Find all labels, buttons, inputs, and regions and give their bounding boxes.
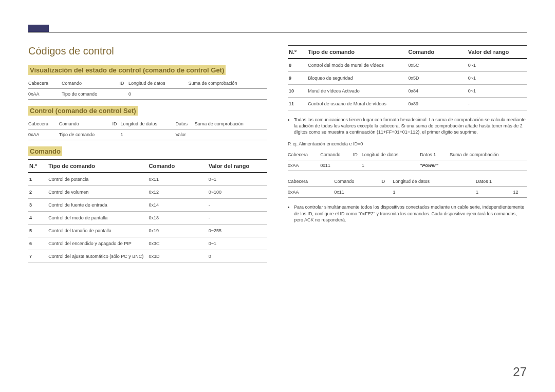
- table-row: 2Control de volumen0x120~100: [28, 186, 267, 199]
- table-row: 0xAA 0x11 1 1 12: [288, 187, 527, 198]
- section-set-heading: Control (comando de control Set): [28, 107, 267, 115]
- header-rule: [28, 32, 527, 33]
- cmd-table-right: N.º Tipo de comando Comando Valor del ra…: [288, 45, 527, 110]
- table-row: Cabecera Comando ID Longitud de datos Da…: [28, 119, 267, 129]
- table-header: N.º Tipo de comando Comando Valor del ra…: [288, 46, 527, 59]
- content-columns: Códigos de control Visualización del est…: [28, 45, 527, 263]
- table-row: 9Bloqueo de seguridad0x5D0~1: [288, 72, 527, 85]
- table-header: N.º Tipo de comando Comando Valor del ra…: [28, 160, 267, 173]
- table-row: 0xAA 0x11 1 "Power": [288, 160, 527, 171]
- table-row: 11Control de usuario de Mural de vídeos0…: [288, 98, 527, 110]
- table-row: 3Control de fuente de entrada0x14-: [28, 199, 267, 212]
- table-row: Cabecera Comando ID Longitud de datos Da…: [288, 176, 527, 187]
- page-number: 27: [513, 365, 527, 379]
- example-label: P. ej. Alimentación encendida e ID=0: [288, 141, 527, 146]
- table-row: 0xAA Tipo de comando 0: [28, 89, 267, 100]
- section-get-heading: Visualización del estado de control (com…: [28, 66, 267, 74]
- cmd-table-left: N.º Tipo de comando Comando Valor del ra…: [28, 159, 267, 263]
- table-row: 10Mural de vídeos Activado0x840~1: [288, 85, 527, 98]
- table-row: 8Control del modo de mural de vídeos0x5C…: [288, 59, 527, 72]
- get-table: Cabecera Comando ID Longitud de datos Su…: [28, 78, 267, 100]
- set-table: Cabecera Comando ID Longitud de datos Da…: [28, 119, 267, 140]
- table-row: 5Control del tamaño de pantalla0x190~255: [28, 225, 267, 237]
- example2-table: Cabecera Comando ID Longitud de datos Da…: [288, 176, 527, 198]
- table-row: 7Control del ajuste automático (sólo PC …: [28, 250, 267, 263]
- note-list: Todas las comunicaciones tienen lugar co…: [288, 117, 527, 135]
- note-item: Para controlar simultáneamente todos los…: [294, 204, 527, 222]
- page-title: Códigos de control: [28, 45, 267, 57]
- table-row: 4Control del modo de pantalla0x18-: [28, 212, 267, 225]
- section-cmd-heading: Comando: [28, 147, 267, 155]
- note-list: Para controlar simultáneamente todos los…: [288, 204, 527, 222]
- right-column: N.º Tipo de comando Comando Valor del ra…: [288, 45, 527, 263]
- page: Códigos de control Visualización del est…: [0, 0, 555, 392]
- table-row: 0xAA Tipo de comando 1 Valor: [28, 129, 267, 140]
- left-column: Códigos de control Visualización del est…: [28, 45, 267, 263]
- table-row: 6Control del encendido y apagado de PIP0…: [28, 237, 267, 250]
- table-row: Cabecera Comando ID Longitud de datos Da…: [288, 150, 527, 160]
- table-row: Cabecera Comando ID Longitud de datos Su…: [28, 78, 267, 89]
- note-item: Todas las comunicaciones tienen lugar co…: [294, 117, 527, 135]
- table-row: 1Control de potencia0x110~1: [28, 173, 267, 186]
- header-accent-bar: [28, 25, 49, 32]
- example1-table: Cabecera Comando ID Longitud de datos Da…: [288, 150, 527, 171]
